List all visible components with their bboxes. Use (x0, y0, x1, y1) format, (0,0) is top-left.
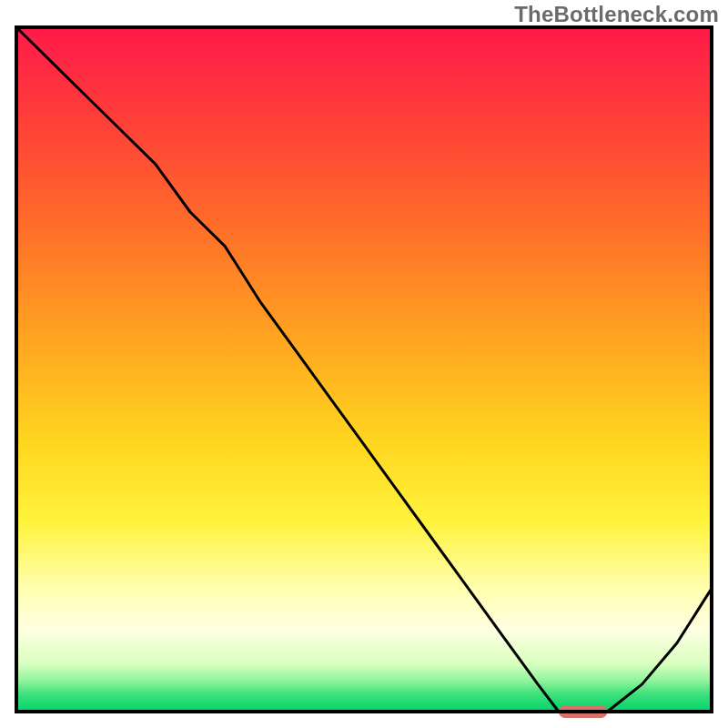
watermark-text: TheBottleneck.com (514, 2, 719, 27)
chart-wrapper: TheBottleneck.com (0, 0, 728, 728)
plot-area (16, 27, 712, 718)
bottleneck-chart (0, 0, 728, 728)
